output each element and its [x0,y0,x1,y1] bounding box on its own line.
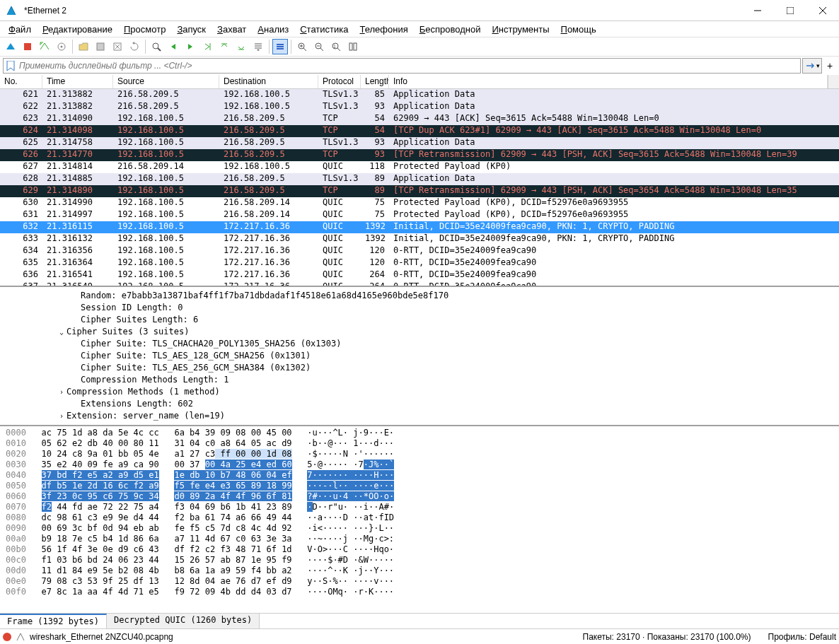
hex-row[interactable]: 0080 dc 98 61 c3 e9 9e d4 44 f2 ba 61 74… [0,513,839,523]
packet-list-header[interactable]: No. Time Source Destination Protocol Len… [0,75,839,89]
hex-row[interactable]: 0020 10 24 c8 9a 01 bb 05 4e a1 27 c3 ff… [0,449,839,459]
detail-row[interactable]: Cipher Suite: TLS_AES_128_GCM_SHA256 (0x… [0,350,839,362]
zoom-in-icon[interactable] [294,39,310,54]
packet-row[interactable]: 62421.314098192.168.100.5216.58.209.5TCP… [0,125,839,137]
hex-tab-frame[interactable]: Frame (1392 bytes) [0,614,107,628]
hex-tab-decrypted[interactable]: Decrypted QUIC (1260 bytes) [107,614,260,628]
packet-row[interactable]: 62721.314814216.58.209.14192.168.100.5QU… [0,161,839,173]
col-no[interactable]: No. [0,75,42,88]
go-prev-icon[interactable] [166,39,181,54]
status-profile[interactable]: Профиль: Default [768,632,837,642]
hex-row[interactable]: 0060 3f 23 0c 95 c6 75 9c 34 d0 89 2a 4f… [0,491,839,502]
hex-row[interactable]: 00e0 79 08 c3 53 9f 25 df 13 12 8d 04 ae… [0,576,839,587]
go-to-icon[interactable] [199,39,215,54]
go-last-icon[interactable] [233,39,249,54]
menu-запуск[interactable]: Запуск [173,23,210,36]
display-filter-input[interactable] [3,58,801,74]
resize-columns-icon[interactable] [345,39,361,54]
hex-dump[interactable]: 0000 ac 75 1d a8 da 5e 4c cc 6a b4 39 09… [0,426,839,613]
zoom-reset-icon[interactable]: 1 [328,39,344,54]
packet-row[interactable]: 63521.316364192.168.100.5172.217.16.36QU… [0,257,839,269]
packet-row[interactable]: 62321.314090192.168.100.5216.58.209.5TCP… [0,113,839,125]
col-protocol[interactable]: Protocol [318,75,361,88]
packet-row[interactable]: 63221.316115192.168.100.5172.217.16.36QU… [0,221,839,233]
col-time[interactable]: Time [42,75,113,88]
packet-row[interactable]: 62621.314770192.168.100.5216.58.209.5TCP… [0,149,839,161]
hex-row[interactable]: 0070 f2 44 fd ae 72 22 75 a4 f3 04 69 b6… [0,502,839,513]
detail-row[interactable]: ⌄Cipher Suites (3 suites) [0,326,839,338]
hex-row[interactable]: 0090 00 69 3c bf 0d 94 eb ab fe f5 c5 7d… [0,523,839,534]
filter-apply-button[interactable]: ▾ [802,58,822,74]
packet-row[interactable]: 63121.314997192.168.100.5216.58.209.14QU… [0,209,839,221]
packet-row[interactable]: 62821.314885192.168.100.5216.58.209.5TLS… [0,173,839,185]
detail-row[interactable]: ›Extension: server_name (len=19) [0,410,839,422]
maximize-button[interactable] [774,0,806,21]
col-destination[interactable]: Destination [219,75,318,88]
menu-анализ[interactable]: Анализ [253,23,293,36]
minimize-button[interactable] [741,0,774,21]
svg-rect-7 [97,43,104,50]
menu-помощь[interactable]: Помощь [557,23,601,36]
packet-row[interactable]: 62221.313882216.58.209.5192.168.100.5TLS… [0,101,839,113]
menu-статистика[interactable]: Статистика [296,23,352,36]
hex-row[interactable]: 00f0 e7 8c 1a aa 4f 4d 71 e5 f9 72 09 4b… [0,587,839,597]
go-next-icon[interactable] [183,39,198,54]
menu-захват[interactable]: Захват [213,23,250,36]
col-length[interactable]: Length [361,75,389,88]
menu-беспроводной[interactable]: Беспроводной [415,23,485,36]
svg-rect-1 [787,7,794,14]
filter-add-button[interactable]: + [823,58,836,74]
go-first-icon[interactable] [216,39,232,54]
hex-row[interactable]: 00d0 11 d1 84 e9 5e b2 08 4b b8 6a 1a a9… [0,566,839,576]
packet-row[interactable]: 63721.316549192.168.100.5172.217.16.36QU… [0,281,839,286]
close-button[interactable] [806,0,839,21]
find-icon[interactable] [149,39,164,54]
autoscroll-icon[interactable] [250,39,266,54]
restart-capture-button[interactable] [37,39,52,54]
col-info[interactable]: Info [389,75,828,88]
detail-row[interactable]: Cipher Suite: TLS_AES_256_GCM_SHA384 (0x… [0,362,839,374]
menu-файл[interactable]: Файл [4,23,35,36]
detail-row[interactable]: Random: e7babb3a13871baf4ff1f7ba71dbdada… [0,290,839,302]
packet-row[interactable]: 63321.316132192.168.100.5172.217.16.36QU… [0,233,839,245]
detail-row[interactable]: Cipher Suites Length: 6 [0,314,839,326]
hex-row[interactable]: 0010 05 62 e2 db 40 00 80 11 31 04 c0 a8… [0,438,839,449]
detail-row[interactable]: Cipher Suite: TLS_CHACHA20_POLY1305_SHA2… [0,338,839,350]
detail-row[interactable]: Session ID Length: 0 [0,302,839,314]
packet-row[interactable]: 63621.316541192.168.100.5172.217.16.36QU… [0,269,839,281]
col-source[interactable]: Source [113,75,219,88]
detail-row[interactable]: Compression Methods Length: 1 [0,374,839,386]
hex-row[interactable]: 0030 35 e2 40 09 fe a9 ca 90 00 37 00 4a… [0,459,839,470]
options-icon[interactable] [54,39,69,54]
statusbar: wireshark_Ethernet 2NZCU40.pcapng Пакеты… [0,628,839,644]
menu-редактирование[interactable]: Редактирование [38,23,117,36]
hex-row[interactable]: 0040 37 bd f2 e5 a2 a9 d5 e1 1e db 10 b7… [0,470,839,481]
close-file-icon[interactable] [110,39,125,54]
hex-row[interactable]: 0050 df b5 1e 2d 16 6c f2 a9 f5 fe e4 e3… [0,481,839,491]
detail-row[interactable]: ›Compression Methods (1 method) [0,386,839,398]
hex-row[interactable]: 00a0 b9 18 7e c5 b4 1d 86 6a a7 11 4d 67… [0,534,839,544]
stop-capture-button[interactable] [20,39,35,54]
filter-text-field[interactable] [19,61,797,71]
packet-row[interactable]: 63421.316356192.168.100.5172.217.16.36QU… [0,245,839,257]
packet-row[interactable]: 62921.314890192.168.100.5216.58.209.5TCP… [0,185,839,197]
detail-row[interactable]: Extensions Length: 602 [0,398,839,410]
menu-инструменты[interactable]: Инструменты [487,23,553,36]
zoom-out-icon[interactable] [311,39,327,54]
packet-list-body[interactable]: 62121.313882216.58.209.5192.168.100.5TLS… [0,89,839,286]
packet-row[interactable]: 63021.314990192.168.100.5216.58.209.14QU… [0,197,839,209]
menu-просмотр[interactable]: Просмотр [120,23,170,36]
packet-details-pane[interactable]: Random: e7babb3a13871baf4ff1f7ba71dbdada… [0,287,839,426]
reload-icon[interactable] [127,39,142,54]
shark-icon[interactable] [3,39,18,54]
hex-row[interactable]: 00b0 56 1f 4f 3e 0e d9 c6 43 df f2 c2 f3… [0,544,839,555]
colorize-icon[interactable] [272,39,288,54]
open-file-icon[interactable] [76,39,91,54]
save-file-icon[interactable] [93,39,108,54]
hex-row[interactable]: 0000 ac 75 1d a8 da 5e 4c cc 6a b4 39 09… [0,428,839,438]
packet-row[interactable]: 62521.314758192.168.100.5216.58.209.5TLS… [0,137,839,149]
menu-телефония[interactable]: Телефония [355,23,412,36]
packet-row[interactable]: 62121.313882216.58.209.5192.168.100.5TLS… [0,89,839,101]
expert-info-icon[interactable] [3,633,11,641]
hex-row[interactable]: 00c0 f1 03 b6 bd 24 06 23 44 15 26 57 ab… [0,555,839,566]
